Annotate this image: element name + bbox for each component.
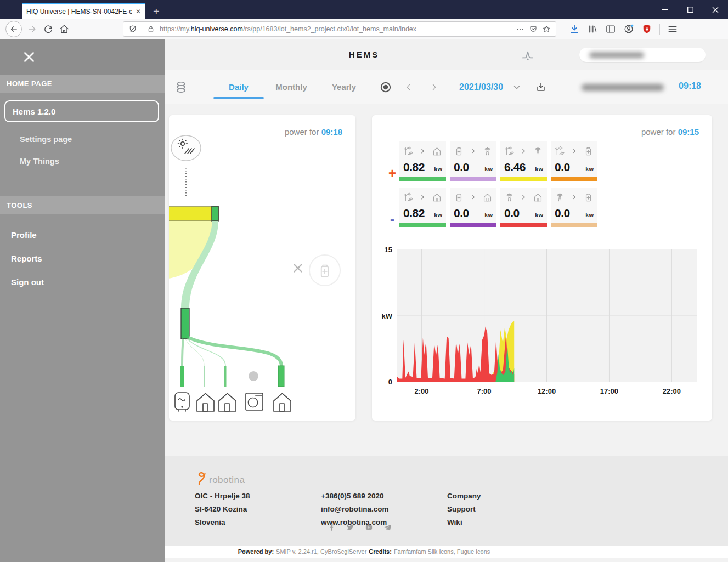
tile-solar-to-home: 0.82kw	[399, 141, 446, 181]
tile-solar-to-home-neg: 0.82kw	[399, 188, 446, 227]
close-drawer-icon[interactable]	[22, 50, 36, 64]
tile-unit: kw	[484, 212, 493, 218]
url-text[interactable]: https://my.hiq-universe.com/rs/pp/1683/i…	[160, 25, 511, 33]
browser-titlebar: HIQ Universe | HEMS-SN-0042FE-c3 ✕ +	[0, 0, 728, 19]
credits-label: Credits:	[369, 548, 392, 555]
youtube-icon[interactable]	[365, 523, 373, 531]
tile-value: 0.0	[555, 161, 570, 174]
right-power-label: power for 09:15	[641, 127, 699, 137]
pocket-icon[interactable]	[529, 25, 538, 33]
footer-address: OIC - Hrpelje 38 SI-6420 Kozina Slovenia	[195, 491, 321, 531]
minimize-button[interactable]	[652, 0, 678, 19]
svg-text:0: 0	[388, 378, 392, 386]
tile-value: 0.0	[504, 207, 520, 220]
add-battery-button[interactable]	[309, 254, 341, 286]
chevron-right-icon	[420, 194, 426, 200]
tab-daily[interactable]: Daily	[212, 82, 265, 92]
forward-button[interactable]	[27, 24, 38, 35]
page-actions-icon[interactable]	[516, 25, 524, 33]
sidebar-item-reports[interactable]: Reports	[0, 247, 165, 270]
battery-icon	[583, 192, 594, 202]
production-plus-sign: +	[388, 166, 396, 181]
events-bell-icon[interactable]	[520, 48, 535, 62]
tile-unit: kw	[484, 166, 493, 172]
chevron-right-icon	[420, 148, 426, 154]
tile-battery-to-home: 0.0kw	[450, 188, 496, 227]
next-day-chevron-icon[interactable]	[430, 82, 438, 93]
battery-icon	[454, 192, 464, 202]
data-layers-icon[interactable]	[174, 80, 188, 94]
sidebar-item-hems[interactable]: Hems 1.2.0	[4, 100, 159, 122]
sidebar-hems-label: Hems 1.2.0	[13, 107, 55, 116]
tab-title: HIQ Universe | HEMS-SN-0042FE-c3	[26, 8, 132, 15]
power-tiles-grid: 0.82kw 0.0kw 6.46kw 0.0kw 0.82kw	[399, 141, 597, 227]
sidebar-item-settings-page[interactable]: Settings page	[0, 128, 165, 150]
chevron-right-icon	[470, 148, 476, 154]
record-icon[interactable]	[379, 81, 392, 94]
social-icons	[328, 523, 392, 531]
reload-button[interactable]	[43, 24, 54, 35]
lock-icon[interactable]	[146, 25, 155, 33]
grid-pylon-icon	[555, 192, 565, 202]
tab-monthly[interactable]: Monthly	[265, 82, 318, 92]
footer-link-support[interactable]: Support	[447, 504, 573, 514]
menu-icon[interactable]	[667, 24, 678, 35]
sidebar-section-tools: TOOLS	[0, 196, 165, 214]
url-bar[interactable]: https://my.hiq-universe.com/rs/pp/1683/i…	[123, 21, 556, 37]
solar-icon	[403, 146, 414, 156]
robotina-logo: robotina	[195, 466, 728, 486]
new-tab-button[interactable]: +	[153, 6, 160, 17]
date-picker[interactable]: 2021/03/30	[459, 82, 503, 92]
tile-unit: kw	[585, 212, 594, 218]
account-icon[interactable]	[623, 24, 634, 35]
tile-unit: kw	[434, 166, 442, 172]
blurred-username	[589, 52, 644, 58]
maximize-button[interactable]	[678, 0, 703, 19]
chevron-right-icon	[571, 194, 577, 200]
footer-link-wiki[interactable]: Wiki	[447, 518, 573, 527]
bookmark-star-icon[interactable]	[542, 25, 551, 33]
remove-battery-icon[interactable]	[292, 262, 304, 274]
permissions-shield-icon[interactable]	[128, 25, 137, 33]
sidebar-item-sign-out[interactable]: Sign out	[0, 270, 165, 294]
browser-tab[interactable]: HIQ Universe | HEMS-SN-0042FE-c3 ✕	[22, 3, 145, 19]
home-button[interactable]	[59, 24, 70, 35]
close-button[interactable]	[703, 0, 728, 19]
protection-shield-icon[interactable]	[641, 24, 652, 35]
solar-icon	[504, 146, 515, 156]
grid-pylon-icon	[504, 192, 515, 202]
tile-solar-to-battery: 0.0kw	[551, 141, 597, 181]
library-icon[interactable]	[587, 24, 598, 35]
twitter-icon[interactable]	[346, 523, 354, 531]
house-icon	[197, 394, 214, 412]
solar-icon	[555, 146, 565, 156]
svg-text:2:00: 2:00	[415, 387, 429, 395]
robotina-logo-icon	[195, 468, 208, 486]
footer-email-link[interactable]: info@robotina.com	[321, 504, 447, 514]
battery-icon	[454, 146, 464, 156]
sidebar-item-profile[interactable]: Profile	[0, 223, 165, 247]
back-arrow-icon	[9, 24, 19, 34]
tile-value: 0.82	[403, 161, 425, 174]
grid-pylon-icon	[533, 146, 543, 156]
svg-text:kW: kW	[382, 312, 393, 320]
tile-value: 0.0	[555, 207, 570, 220]
facebook-icon[interactable]	[328, 523, 336, 531]
export-download-icon[interactable]	[535, 81, 547, 93]
tab-close-icon[interactable]: ✕	[136, 8, 141, 15]
sidebars-icon[interactable]	[605, 24, 616, 35]
tab-yearly[interactable]: Yearly	[318, 82, 370, 92]
prev-day-chevron-icon[interactable]	[404, 82, 413, 93]
date-caret-icon[interactable]	[512, 82, 522, 92]
footer-link-company[interactable]: Company	[447, 491, 573, 501]
svg-text:17:00: 17:00	[600, 387, 618, 395]
tile-grid-to-home: 0.0kw	[500, 188, 547, 227]
user-pill[interactable]	[579, 48, 706, 62]
toolbar-divider	[659, 24, 660, 35]
sidebar-item-my-things[interactable]: My Things	[0, 150, 165, 172]
urlbar-divider	[142, 24, 142, 35]
downloads-icon[interactable]	[569, 24, 580, 35]
back-button[interactable]	[5, 21, 22, 37]
telegram-icon[interactable]	[383, 523, 392, 531]
sidebar-drawer: HOME PAGE Hems 1.2.0 Settings page My Th…	[0, 39, 165, 562]
